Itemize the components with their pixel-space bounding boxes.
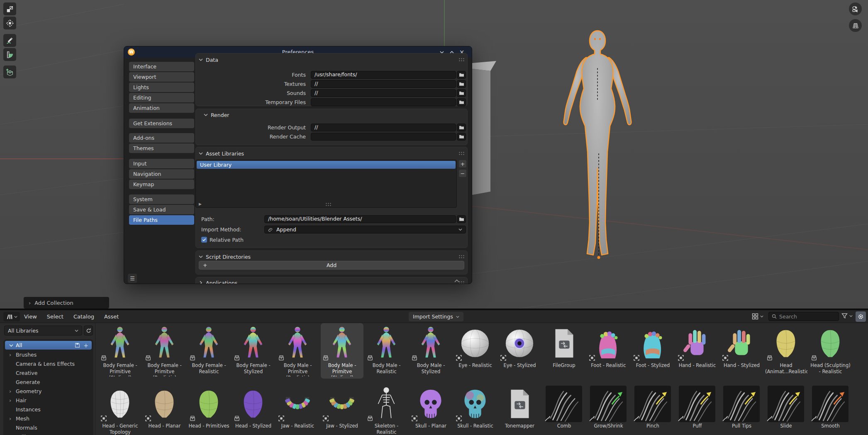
asset-card[interactable]: Skeleton - Realistic <box>365 384 408 435</box>
asset-card[interactable]: Body Female - Primitve (Realistic) <box>143 323 186 379</box>
chevron-right-icon[interactable]: › <box>9 397 13 403</box>
asset-card[interactable]: Pinch <box>631 384 674 435</box>
save-library-icon[interactable] <box>75 343 80 348</box>
asset-card[interactable]: Tonemapper <box>498 384 541 435</box>
asset-search-box[interactable] <box>768 312 839 321</box>
list-expand-icon[interactable]: ▶ <box>199 202 202 206</box>
browse-button[interactable] <box>457 133 466 141</box>
female-body-model[interactable] <box>553 27 642 265</box>
refresh-library-button[interactable] <box>84 326 93 335</box>
floor-grid-button[interactable] <box>849 19 862 32</box>
catalog-item-geometry[interactable]: ›Geometry <box>3 386 93 396</box>
chevron-right-icon[interactable]: › <box>9 416 13 422</box>
asset-card[interactable]: Pull Tips <box>720 384 763 435</box>
asset-card[interactable]: Jaw - Stylized <box>321 384 363 435</box>
field-input-fonts[interactable]: /usr/share/fonts/ <box>311 71 456 79</box>
tab-navigation[interactable]: Navigation <box>129 169 194 179</box>
path-browse-button[interactable] <box>457 215 466 223</box>
catalog-item-brushes[interactable]: ›Brushes <box>3 350 93 359</box>
catalog-item-normals[interactable]: Normals <box>3 423 93 432</box>
asset-card[interactable]: Puff <box>676 384 719 435</box>
catalog-item-all[interactable]: All+ <box>5 341 92 350</box>
asset-card[interactable]: Smooth <box>809 384 852 435</box>
asset-card[interactable]: Body Female - Primitive (Stylized) <box>99 323 141 379</box>
asset-card[interactable]: Body Male - Realistic <box>365 323 408 379</box>
asset-card[interactable]: Body Male - Primitve (Stylized) <box>321 323 363 379</box>
script-directories-section-header[interactable]: Script Directories <box>199 253 251 260</box>
library-select-dropdown[interactable]: All Libraries <box>4 326 82 335</box>
tab-editing[interactable]: Editing <box>129 93 194 102</box>
list-resize-dots[interactable] <box>325 202 332 206</box>
catalog-item-creative[interactable]: Creative <box>3 368 93 377</box>
field-input-render-output[interactable]: // <box>311 124 456 131</box>
asset-card[interactable]: Head (Sculpting) - Realistic <box>809 323 852 379</box>
scroll-up-indicator[interactable] <box>454 279 460 283</box>
asset-card[interactable]: Body Male - Stylized <box>410 323 452 379</box>
asset-card[interactable]: Skull - Planar <box>410 384 452 435</box>
tab-keymap[interactable]: Keymap <box>129 180 194 189</box>
tab-interface[interactable]: Interface <box>129 62 194 71</box>
tab-animation[interactable]: Animation <box>129 103 194 113</box>
asset-card[interactable]: Slide <box>765 384 807 435</box>
browse-button[interactable] <box>457 98 466 106</box>
menu-catalog[interactable]: Catalog <box>73 313 94 320</box>
menu-view[interactable]: View <box>24 313 37 320</box>
asset-card[interactable]: Foot - Realistic <box>587 323 630 379</box>
field-input-render-cache[interactable] <box>311 133 456 141</box>
filter-button[interactable] <box>841 313 853 319</box>
chevron-right-icon[interactable]: › <box>9 434 13 435</box>
drag-handle-dots[interactable] <box>458 58 465 61</box>
asset-card[interactable]: Hand - Realistic <box>676 323 719 379</box>
preferences-window[interactable]: W Preferences × Data Render Asset Librar… <box>124 46 472 284</box>
add-script-directory-button[interactable]: + Add <box>199 261 464 270</box>
browse-button[interactable] <box>457 80 466 88</box>
drag-handle-dots[interactable] <box>458 151 465 155</box>
browse-button[interactable] <box>457 124 466 131</box>
tab-add-ons[interactable]: Add-ons <box>129 133 194 143</box>
scene-camera-button[interactable] <box>849 2 862 15</box>
data-section-header[interactable]: Data <box>199 56 218 63</box>
catalog-item-generate[interactable]: Generate <box>3 377 93 386</box>
asset-card[interactable]: Eye - Stylized <box>498 323 541 379</box>
tab-input[interactable]: Input <box>129 159 194 168</box>
remove-library-button[interactable]: − <box>458 169 467 177</box>
measure-tool-button[interactable] <box>3 48 16 61</box>
filter-settings-toggle[interactable] <box>856 311 866 322</box>
catalog-item-mesh[interactable]: ›Mesh <box>3 414 93 423</box>
asset-card[interactable]: Hand - Stylized <box>720 323 763 379</box>
library-path-input[interactable]: /home/soan/Utilities/Blender Assets/ <box>264 215 456 223</box>
catalog-item-utility[interactable]: ›Utility <box>3 432 93 435</box>
asset-card[interactable]: Body Male - Primitve (Realistic) <box>276 323 319 379</box>
asset-library-list[interactable]: ▶ User Library <box>195 160 457 208</box>
tab-get-extensions[interactable]: Get Extensions <box>129 119 194 128</box>
add-collection-panel[interactable]: › Add Collection <box>24 297 109 309</box>
menu-select[interactable]: Select <box>47 313 63 320</box>
tab-file-paths[interactable]: File Paths <box>129 215 194 225</box>
display-mode-button[interactable] <box>752 313 763 320</box>
asset-card[interactable]: Skull - Realistic <box>454 384 497 435</box>
asset-card[interactable]: Head - Generic Topology <box>99 384 141 435</box>
transform-tool-button[interactable] <box>3 2 16 15</box>
annotate-tool-button[interactable] <box>3 34 16 47</box>
menu-asset[interactable]: Asset <box>104 313 119 320</box>
menu-hamburger-button[interactable]: ☰ <box>128 274 137 283</box>
editor-type-button[interactable] <box>3 312 20 321</box>
tab-system[interactable]: System <box>129 194 194 204</box>
relative-path-checkbox[interactable] <box>201 237 207 243</box>
tab-save-load[interactable]: Save & Load <box>129 205 194 214</box>
import-settings-button[interactable]: Import Settings <box>409 312 463 321</box>
drag-handle-dots[interactable] <box>458 255 465 258</box>
add-primitive-button[interactable] <box>3 66 16 78</box>
asset-card[interactable]: Head - Stylized <box>232 384 275 435</box>
catalog-item-instances[interactable]: Instances <box>3 405 93 414</box>
add-catalog-icon[interactable]: + <box>83 342 88 349</box>
browse-button[interactable] <box>457 71 466 79</box>
chevron-right-icon[interactable]: › <box>9 388 13 394</box>
applications-section-header[interactable]: Applications <box>199 279 237 284</box>
asset-card[interactable]: Grow/Shrink <box>587 384 630 435</box>
field-input-temporary-files[interactable] <box>311 98 456 106</box>
asset-card[interactable]: Head - Planar <box>143 384 186 435</box>
add-library-button[interactable]: + <box>458 160 467 168</box>
render-section-header[interactable]: Render <box>204 112 229 118</box>
search-input[interactable] <box>779 313 829 320</box>
